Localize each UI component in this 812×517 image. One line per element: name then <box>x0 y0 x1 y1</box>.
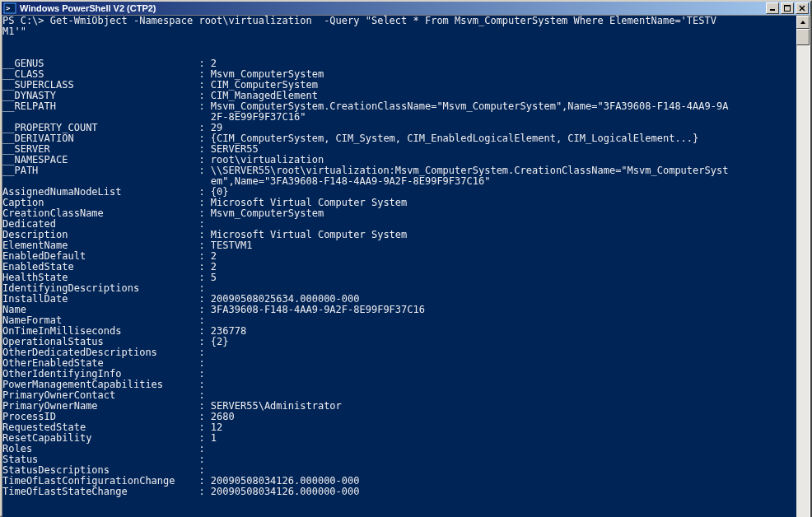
svg-text:>: > <box>6 4 11 12</box>
svg-marker-7 <box>800 21 805 24</box>
window-controls <box>766 2 809 14</box>
console-client-area: PS C:\> Get-WmiObject -Namespace root\vi… <box>2 15 810 517</box>
close-button[interactable] <box>796 2 809 14</box>
window-title: Windows PowerShell V2 (CTP2) <box>20 3 766 13</box>
minimize-button[interactable] <box>766 2 779 14</box>
scroll-track[interactable] <box>796 29 810 517</box>
titlebar[interactable]: > Windows PowerShell V2 (CTP2) <box>2 2 810 15</box>
console-output[interactable]: PS C:\> Get-WmiObject -Namespace root\vi… <box>2 16 796 517</box>
app-icon: > <box>3 2 16 15</box>
scroll-up-button[interactable] <box>796 16 810 29</box>
maximize-button[interactable] <box>781 2 794 14</box>
scroll-thumb[interactable] <box>796 29 810 45</box>
powershell-window: > Windows PowerShell V2 (CTP2) PS C:\> G… <box>0 0 812 517</box>
vertical-scrollbar[interactable] <box>796 16 810 517</box>
